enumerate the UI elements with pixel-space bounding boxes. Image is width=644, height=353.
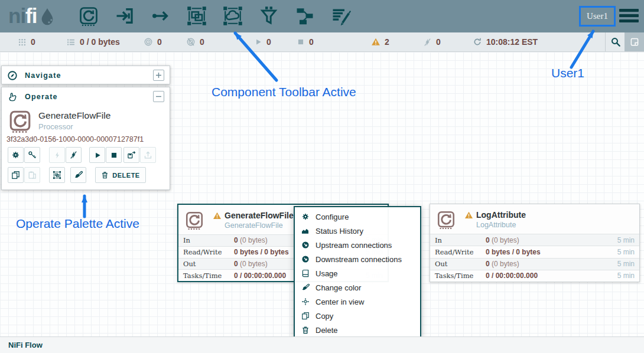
book-icon: [301, 269, 310, 277]
queue-list-icon: [66, 38, 76, 47]
logo-text-ni: ni: [8, 4, 25, 28]
processor-stamp-icon: [8, 109, 32, 133]
status-bar: 0 0 / 0 bytes 0 0 0 0 2 0 10:08:12 EST: [0, 32, 644, 52]
label-icon[interactable]: [329, 5, 353, 27]
copy-button[interactable]: [8, 167, 24, 183]
processor-header: GenerateFlowFile GenerateFlowFile: [213, 211, 294, 230]
active-threads-status: 0: [18, 32, 35, 51]
queued-status: 0 / 0 bytes: [66, 32, 120, 51]
processor-stamp-icon: [436, 210, 456, 230]
compass-icon: [7, 70, 18, 81]
group-button[interactable]: [49, 167, 65, 183]
stopped-status: 0: [297, 32, 314, 51]
change-color-button[interactable]: [70, 167, 86, 183]
selected-component-id: 3f32a3d0-0156-1000-0000-0000712787f1: [6, 135, 144, 143]
brush-icon: [301, 283, 310, 292]
configure-button[interactable]: [8, 147, 24, 163]
component-toolbar: [77, 5, 353, 27]
processor-stamp-icon: [184, 210, 204, 230]
remote-process-group-icon[interactable]: [221, 5, 245, 27]
area-chart-icon: [301, 227, 310, 235]
search-icon: [610, 37, 621, 47]
current-user-label: User1: [587, 11, 608, 21]
nifi-application: { "header": { "logo_part1": "ni", "logo_…: [0, 0, 644, 353]
processor-logattribute[interactable]: LogAttribute LogAttribute In 0 (0 bytes)…: [430, 204, 640, 282]
crosshair-icon: [301, 298, 310, 306]
circle-arrow-icon: [301, 241, 310, 249]
funnel-icon[interactable]: [257, 5, 281, 27]
menu-item-center-in-view[interactable]: Center in view: [295, 295, 420, 309]
hand-icon: [7, 91, 18, 102]
disabled-icon: [423, 38, 432, 47]
stat-row-out: Out 0 (0 bytes) 5 min: [430, 258, 639, 270]
paste-button: [24, 167, 40, 183]
trash-icon: [101, 171, 109, 179]
stop-button[interactable]: [106, 147, 122, 163]
context-menu: Configure Status History Upstream connec…: [294, 206, 421, 338]
disable-button[interactable]: [66, 147, 82, 163]
output-port-icon[interactable]: [149, 5, 173, 27]
expand-button[interactable]: [153, 70, 164, 81]
breadcrumb-bar: NiFi Flow: [0, 336, 644, 353]
threads-icon: [18, 38, 27, 47]
navigate-panel: Navigate: [1, 66, 170, 84]
transmitting-status: 0: [144, 32, 162, 51]
collapse-button[interactable]: [153, 91, 164, 102]
menu-item-status-history[interactable]: Status History: [295, 224, 420, 238]
processor-stats: In 0 (0 bytes) 5 min Read/Write 0 bytes …: [430, 234, 639, 282]
current-user[interactable]: User1: [579, 6, 616, 27]
menu-item-copy[interactable]: Copy: [295, 309, 420, 323]
circle-arrow-icon: [301, 255, 310, 263]
enable-button: [49, 147, 65, 163]
operate-panel-title: Operate: [25, 93, 153, 101]
invalid-status: 2: [371, 32, 389, 51]
nifi-logo: nifi: [8, 4, 56, 28]
copy-icon: [301, 312, 310, 320]
stat-row-in: In 0 (0 bytes) 5 min: [430, 234, 639, 246]
stat-row-taskstime: Tasks/Time 0 / 00:00:00.000 5 min: [430, 270, 639, 282]
processor-header: LogAttribute LogAttribute: [464, 210, 526, 229]
warning-icon: [371, 37, 380, 47]
not-transmitting-status: 0: [186, 32, 204, 51]
birdseye-toggle-button[interactable]: [625, 32, 644, 51]
process-group-icon[interactable]: [185, 5, 209, 27]
trash-icon: [301, 326, 310, 334]
input-port-icon[interactable]: [113, 5, 136, 27]
running-icon: [254, 38, 262, 46]
stat-row-readwrite: Read/Write 0 bytes / 0 bytes 5 min: [430, 246, 639, 257]
app-header: nifi User1: [0, 0, 644, 32]
template-icon[interactable]: [293, 5, 317, 27]
menu-item-upstream-connections[interactable]: Upstream connections: [295, 238, 420, 252]
operate-panel: Operate GenerateFlowFile Processor 3f32a…: [1, 87, 170, 190]
breadcrumb[interactable]: NiFi Flow: [8, 341, 43, 349]
logo-text-fi: fi: [25, 4, 37, 28]
transmitting-icon: [144, 37, 153, 47]
running-status: 0: [254, 32, 271, 51]
menu-item-downstream-connections[interactable]: Downstream connections: [295, 252, 420, 266]
global-menu-icon[interactable]: [619, 9, 639, 25]
disabled-status: 0: [423, 32, 441, 51]
start-button[interactable]: [89, 147, 105, 163]
delete-button[interactable]: DELETE: [95, 167, 146, 183]
menu-item-usage[interactable]: Usage: [295, 266, 420, 280]
selected-component-name: GenerateFlowFile: [38, 110, 110, 121]
create-template-button[interactable]: [123, 147, 139, 163]
not-transmitting-icon: [186, 37, 196, 47]
search-button[interactable]: [605, 32, 625, 51]
warning-icon: [213, 211, 222, 220]
droplet-icon: [38, 7, 56, 28]
gear-icon: [301, 213, 310, 221]
refresh-status[interactable]: 10:08:12 EST: [473, 32, 538, 51]
navigate-panel-title: Navigate: [25, 71, 153, 80]
panel-icon: [629, 37, 640, 47]
upload-template-button: [140, 147, 156, 163]
refresh-icon[interactable]: [473, 37, 482, 47]
selected-component-type: Processor: [38, 122, 73, 131]
menu-item-change-color[interactable]: Change color: [295, 280, 420, 295]
access-policies-button[interactable]: [24, 147, 40, 163]
warning-icon: [464, 211, 473, 220]
processor-icon[interactable]: [77, 5, 100, 27]
menu-item-delete[interactable]: Delete: [295, 323, 420, 337]
stopped-icon: [297, 38, 305, 46]
menu-item-configure[interactable]: Configure: [295, 210, 420, 224]
